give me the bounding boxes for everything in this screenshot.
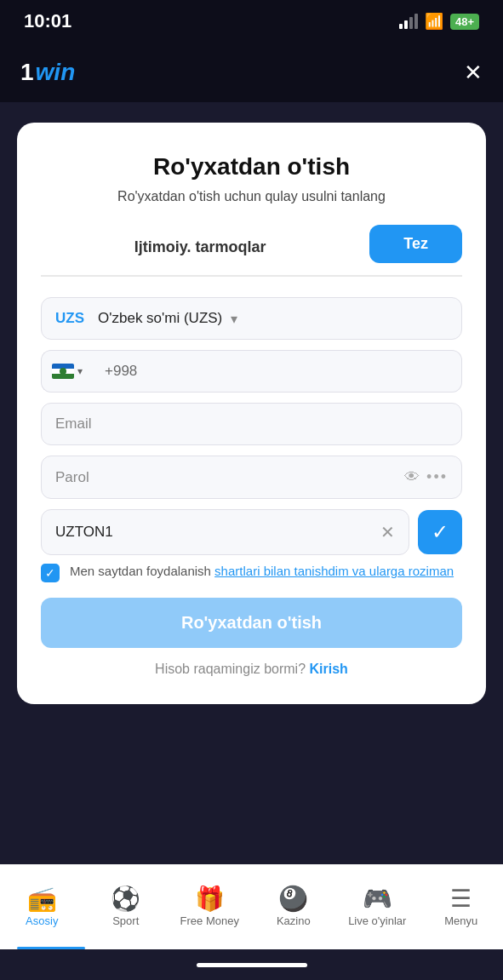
menu-icon: ☰	[450, 887, 472, 911]
tabs-row: Ijtimoiy. tarmoqlar Tez	[41, 225, 462, 277]
app-header: 1 win ✕	[0, 43, 503, 102]
terms-checkbox-row: ✓ Men saytdan foydalanish shartlari bila…	[41, 562, 462, 582]
nav-label-free-money: Free Money	[180, 914, 239, 927]
login-row: Hisob raqamingiz bormi? Kirish	[41, 662, 462, 677]
flag-chevron-icon: ▾	[77, 365, 83, 377]
signal-icon	[399, 14, 418, 29]
status-bar: 10:01 📶 48+	[0, 0, 503, 43]
nav-item-sport[interactable]: ⚽ Sport	[84, 887, 169, 927]
password-options-icon[interactable]: •••	[426, 468, 448, 486]
promo-input-wrap[interactable]: UZTON1 ✕	[41, 509, 409, 555]
nav-label-asosiy: Asosiy	[26, 914, 58, 927]
gamepad-icon: 🎮	[363, 887, 392, 911]
flag-dropdown[interactable]: ▾	[41, 350, 93, 393]
gift-icon: 🎁	[195, 887, 225, 911]
password-placeholder: Parol	[55, 469, 396, 486]
tab-social[interactable]: Ijtimoiy. tarmoqlar	[41, 232, 359, 268]
tab-tez[interactable]: Tez	[369, 225, 462, 263]
chevron-down-icon: ▾	[231, 311, 237, 327]
terms-text: Men saytdan foydalanish shartlari bilan …	[70, 562, 454, 582]
login-text: Hisob raqamingiz bormi?	[155, 662, 306, 676]
nav-label-sport: Sport	[112, 914, 139, 927]
nav-label-kazino: Kazino	[277, 914, 311, 927]
home-bar	[197, 963, 307, 967]
close-button[interactable]: ✕	[464, 61, 483, 83]
nav-item-menyu[interactable]: ☰ Menyu	[420, 887, 504, 927]
nav-active-indicator	[17, 947, 85, 949]
terms-text-part1: Men saytdan foydalanish	[70, 564, 214, 578]
currency-dropdown[interactable]: UZS O'zbek so'mi (UZS) ▾	[41, 297, 462, 340]
checkbox-check-icon: ✓	[45, 566, 55, 580]
currency-code: UZS	[55, 310, 84, 327]
terms-link[interactable]: shartlari bilan tanishdim va ularga rozi…	[214, 564, 454, 578]
promo-check-button[interactable]: ✓	[418, 510, 462, 554]
status-icons: 📶 48+	[399, 12, 479, 31]
email-field[interactable]: Email	[41, 403, 462, 445]
login-link[interactable]: Kirish	[310, 662, 348, 676]
nav-item-free-money[interactable]: 🎁 Free Money	[168, 887, 252, 927]
battery-badge: 48+	[450, 14, 479, 30]
password-field[interactable]: Parol 👁 •••	[41, 456, 462, 499]
currency-label: O'zbek so'mi (UZS)	[98, 310, 222, 327]
phone-input[interactable]	[93, 350, 462, 393]
promo-clear-icon[interactable]: ✕	[380, 522, 395, 542]
home-icon: 📻	[27, 887, 57, 911]
register-button[interactable]: Ro'yxatdan o'tish	[41, 598, 462, 648]
uzbekistan-flag	[52, 364, 74, 379]
nav-item-live[interactable]: 🎮 Live o'yinlar	[335, 887, 420, 927]
home-indicator	[0, 949, 503, 980]
phone-field-container: ▾	[41, 350, 462, 393]
eye-icon[interactable]: 👁	[404, 468, 420, 486]
wifi-icon: 📶	[425, 12, 443, 31]
password-controls: 👁 •••	[404, 468, 448, 486]
nav-label-live: Live o'yinlar	[348, 914, 406, 927]
nav-item-kazino[interactable]: 🎱 Kazino	[252, 887, 336, 927]
casino-icon: 🎱	[278, 887, 308, 911]
promo-field: UZTON1 ✕ ✓	[41, 509, 462, 555]
logo-number: 1	[20, 59, 34, 86]
app-logo: 1 win	[20, 59, 75, 86]
email-placeholder: Email	[55, 415, 448, 433]
nav-item-asosiy[interactable]: 📻 Asosiy	[0, 887, 84, 927]
registration-card: Ro'yxatdan o'tish Ro'yxatdan o'tish uchu…	[17, 123, 486, 704]
card-subtitle: Ro'yxatdan o'tish uchun qulay usulni tan…	[41, 189, 462, 204]
nav-label-menyu: Menyu	[444, 914, 477, 927]
sport-icon: ⚽	[111, 887, 140, 911]
bottom-nav: 📻 Asosiy ⚽ Sport 🎁 Free Money 🎱 Kazino 🎮…	[0, 864, 503, 949]
status-time: 10:01	[24, 10, 71, 32]
terms-checkbox[interactable]: ✓	[41, 564, 60, 582]
card-title: Ro'yxatdan o'tish	[41, 153, 462, 181]
checkmark-icon: ✓	[432, 520, 449, 544]
main-content: Ro'yxatdan o'tish Ro'yxatdan o'tish uchu…	[0, 102, 503, 864]
promo-code: UZTON1	[55, 524, 380, 541]
logo-win: win	[36, 59, 76, 86]
